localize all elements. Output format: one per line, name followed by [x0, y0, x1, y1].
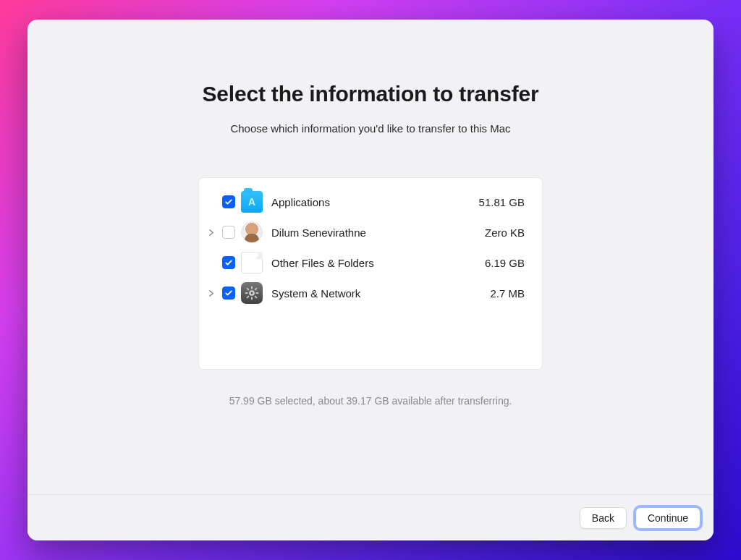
back-button[interactable]: Back: [580, 507, 627, 529]
svg-point-9: [251, 292, 253, 294]
svg-line-5: [247, 288, 249, 290]
selection-summary: 57.99 GB selected, about 39.17 GB availa…: [229, 395, 512, 407]
checkbox-system-network[interactable]: [222, 287, 235, 300]
svg-line-7: [255, 288, 257, 290]
footer-bar: Back Continue: [27, 494, 714, 540]
item-label: System & Network: [271, 287, 360, 300]
window-content: Select the information to transfer Choos…: [27, 20, 714, 494]
chevron-right-icon[interactable]: [206, 229, 216, 236]
migration-assistant-window: Select the information to transfer Choos…: [27, 20, 714, 540]
transfer-item-row[interactable]: Other Files & Folders 6.19 GB: [206, 247, 529, 278]
item-label: Other Files & Folders: [271, 257, 374, 269]
item-size: 6.19 GB: [485, 257, 525, 269]
page-title: Select the information to transfer: [203, 82, 539, 106]
page-subtitle: Choose which information you'd like to t…: [230, 122, 510, 135]
transfer-item-row[interactable]: System & Network 2.7 MB: [206, 278, 529, 308]
continue-button[interactable]: Continue: [635, 507, 700, 529]
transfer-item-row[interactable]: A Applications 51.81 GB: [206, 187, 529, 217]
svg-line-6: [255, 296, 257, 298]
item-size: 2.7 MB: [490, 287, 525, 300]
item-size: 51.81 GB: [479, 196, 525, 208]
desktop-wallpaper: Select the information to transfer Choos…: [0, 0, 741, 560]
checkbox-user[interactable]: [222, 226, 235, 239]
item-size: Zero KB: [485, 226, 525, 239]
apps-folder-icon: A: [241, 191, 263, 213]
svg-line-8: [247, 296, 249, 298]
transfer-item-row[interactable]: Dilum Senevirathne Zero KB: [206, 217, 529, 247]
checkbox-applications[interactable]: [222, 195, 235, 208]
transfer-items-panel: A Applications 51.81 GB Dilum Senevirath…: [199, 178, 542, 369]
user-avatar-icon: [241, 221, 263, 243]
document-icon: [241, 252, 263, 273]
checkbox-other-files[interactable]: [222, 256, 235, 269]
system-prefs-icon: [241, 282, 263, 304]
item-label: Applications: [271, 196, 330, 208]
chevron-right-icon[interactable]: [206, 290, 216, 297]
item-label: Dilum Senevirathne: [271, 226, 366, 239]
